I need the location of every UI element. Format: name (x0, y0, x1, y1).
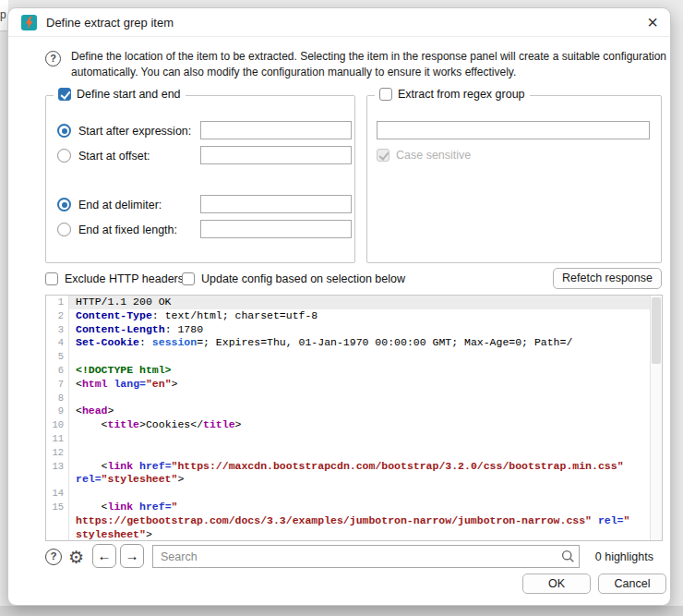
code-line: 5 (46, 350, 650, 364)
case-sensitive-label: Case sensitive (396, 149, 471, 162)
code-line: 11 (46, 432, 650, 446)
line-text: <head> (69, 405, 650, 418)
start-at-offset-input[interactable] (200, 146, 352, 164)
scrollbar[interactable] (650, 296, 662, 540)
code-line: 8 (46, 392, 650, 405)
case-sensitive-checkbox (377, 149, 389, 162)
start-after-expression-input[interactable] (200, 121, 352, 139)
ok-button[interactable]: OK (522, 574, 591, 594)
line-number: 5 (46, 350, 69, 364)
code-line: 15 <link href=" (46, 501, 650, 514)
end-at-fixed-length-input[interactable] (200, 220, 352, 238)
code-line: 2Content-Type: text/html; charset=utf-8 (46, 309, 650, 323)
line-number: 2 (46, 309, 69, 323)
define-start-end-checkbox[interactable] (58, 88, 71, 101)
code-line: rel="stylesheet"> (46, 473, 650, 487)
line-text: <title>Cookies</title> (69, 418, 650, 432)
code-line: 1HTTP/1.1 200 OK (46, 296, 650, 309)
extract-regex-checkbox[interactable] (379, 88, 392, 101)
line-number: 8 (46, 392, 69, 405)
line-number: 9 (46, 405, 69, 418)
case-sensitive-row: Case sensitive (377, 149, 471, 162)
code-line: 3Content-Length: 1780 (46, 323, 650, 337)
line-number: 14 (46, 487, 69, 501)
line-text: rel="stylesheet"> (69, 473, 650, 487)
extract-regex-label: Extract from regex group (398, 88, 525, 101)
code-line: 7<html lang="en"> (46, 378, 650, 392)
search-input[interactable] (153, 550, 557, 563)
line-number: 7 (46, 378, 69, 392)
burp-lightning-icon (21, 15, 37, 30)
start-after-expression-row: Start after expression: (57, 121, 345, 140)
end-at-fixed-length-row: End at fixed length: (57, 220, 345, 239)
exclude-http-headers-option: Exclude HTTP headers (45, 272, 184, 286)
code-line: stylesheet"> (46, 528, 650, 541)
highlights-count: 0 highlights (595, 550, 653, 563)
response-viewer[interactable]: 1HTTP/1.1 200 OK2Content-Type: text/html… (45, 295, 663, 541)
line-text (69, 350, 650, 364)
define-extract-grep-item-dialog: Define extract grep item × ? Define the … (7, 7, 671, 606)
end-at-delimiter-radio[interactable] (57, 198, 71, 211)
exclude-http-headers-checkbox[interactable] (45, 272, 58, 285)
help-icon: ? (45, 51, 61, 66)
line-number: 4 (46, 336, 69, 350)
end-at-delimiter-input[interactable] (200, 195, 352, 213)
close-icon[interactable]: × (647, 10, 658, 34)
start-at-offset-radio[interactable] (57, 149, 71, 163)
start-at-offset-label: Start at offset: (78, 150, 150, 163)
line-number: 6 (46, 364, 69, 378)
line-text: Set-Cookie: session=; Expires=Thu, 01-Ja… (69, 336, 650, 350)
dialog-description: Define the location of the item to be ex… (71, 49, 669, 80)
line-text: <!DOCTYPE html> (69, 364, 650, 378)
search-icon (557, 546, 579, 567)
line-text (69, 392, 650, 405)
line-number: 12 (46, 446, 69, 460)
line-number: 10 (46, 418, 69, 432)
exclude-http-headers-label: Exclude HTTP headers (65, 272, 184, 285)
next-match-button[interactable]: → (120, 544, 144, 568)
line-number (46, 514, 69, 528)
cancel-button[interactable]: Cancel (598, 574, 666, 594)
code-line: 4Set-Cookie: session=; Expires=Thu, 01-J… (46, 336, 650, 350)
code-line: https://getbootstrap.com/docs/3.3/exampl… (46, 514, 650, 528)
code-line: 6<!DOCTYPE html> (46, 364, 650, 378)
response-code-lines: 1HTTP/1.1 200 OK2Content-Type: text/html… (46, 296, 650, 540)
start-at-offset-row: Start at offset: (57, 146, 345, 165)
line-number: 13 (46, 460, 69, 474)
refetch-response-button[interactable]: Refetch response (553, 268, 662, 289)
scrollbar-thumb[interactable] (652, 297, 661, 364)
code-line: 14 (46, 487, 650, 501)
line-text: https://getbootstrap.com/docs/3.3/exampl… (69, 514, 650, 528)
line-text: stylesheet"> (69, 528, 650, 541)
line-text: <link href=" (69, 501, 650, 514)
line-number: 11 (46, 432, 69, 446)
line-number: 1 (46, 296, 69, 309)
search-field (152, 545, 580, 568)
toolbar-help-button[interactable]: ? (45, 549, 62, 565)
end-at-fixed-length-radio[interactable] (57, 223, 71, 236)
code-line: 9<head> (46, 405, 650, 418)
define-start-end-group: Define start and end Start after express… (45, 95, 355, 263)
start-after-expression-radio[interactable] (57, 124, 71, 138)
update-config-option: Update config based on selection below (182, 272, 405, 286)
line-text: Content-Type: text/html; charset=utf-8 (69, 309, 650, 323)
end-at-delimiter-label: End at delimiter: (78, 199, 162, 211)
line-text (69, 446, 650, 460)
previous-match-button[interactable]: ← (92, 544, 116, 568)
code-line: 10 <title>Cookies</title> (46, 418, 650, 432)
line-number: 3 (46, 323, 69, 337)
define-start-end-legend: Define start and end (54, 88, 186, 101)
line-text: HTTP/1.1 200 OK (69, 296, 650, 309)
line-text: Content-Length: 1780 (69, 323, 650, 337)
regex-input[interactable] (377, 121, 650, 139)
end-at-delimiter-row: End at delimiter: (57, 195, 345, 214)
gear-icon[interactable]: ⚙ (68, 546, 84, 568)
title-bar: Define extract grep item × (8, 8, 670, 37)
background-bottom-band (0, 606, 683, 616)
code-line: 13 <link href="https://maxcdn.bootstrapc… (46, 460, 650, 474)
update-config-label: Update config based on selection below (201, 272, 405, 285)
line-number (46, 473, 69, 487)
line-text (69, 432, 650, 446)
extract-regex-group: Extract from regex group Case sensitive (366, 95, 662, 263)
update-config-checkbox[interactable] (182, 272, 195, 285)
